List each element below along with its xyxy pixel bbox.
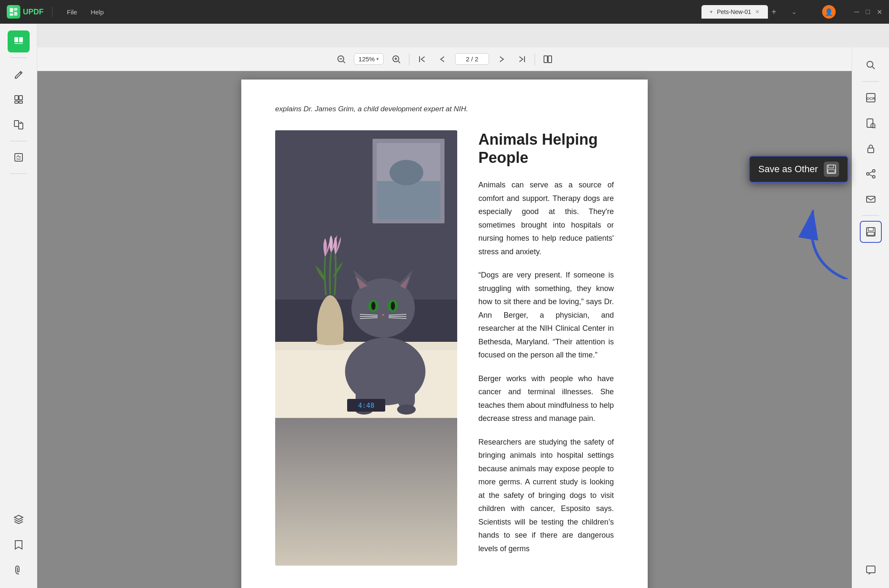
svg-rect-5 <box>19 37 23 42</box>
save-as-other-popup-icon <box>824 162 839 177</box>
prev-page-button[interactable] <box>435 52 450 67</box>
doc-header: explains Dr. James Grim, a child develop… <box>275 105 614 113</box>
svg-rect-4 <box>14 37 18 42</box>
svg-line-20 <box>398 61 400 63</box>
svg-rect-67 <box>868 228 873 231</box>
save-as-other-popup[interactable]: Save as Other <box>749 156 848 183</box>
svg-point-38 <box>371 302 375 310</box>
first-page-button[interactable] <box>414 52 430 67</box>
svg-rect-2 <box>14 12 17 16</box>
right-mail-button[interactable] <box>860 188 882 210</box>
right-div2 <box>862 215 879 216</box>
menu-file[interactable]: File <box>61 6 83 18</box>
right-save-other-icon[interactable] <box>860 221 882 243</box>
app-logo: UPDF <box>7 5 44 19</box>
toolbar-sep1 <box>409 53 409 65</box>
tab-label: Pets-New-01 <box>717 8 751 15</box>
svg-rect-66 <box>867 228 875 236</box>
svg-rect-1 <box>14 8 17 11</box>
menu-help[interactable]: Help <box>85 6 110 18</box>
svg-rect-11 <box>14 121 19 126</box>
svg-text:4:48: 4:48 <box>358 401 375 409</box>
zoom-level: 125% <box>359 55 375 63</box>
sidebar-layers[interactable] <box>8 508 30 530</box>
next-page-button[interactable] <box>494 52 509 67</box>
sidebar-ocr[interactable] <box>8 146 30 168</box>
svg-rect-6 <box>14 43 23 44</box>
right-doc-search-button[interactable] <box>860 112 882 134</box>
sidebar-read-mode[interactable] <box>8 30 30 52</box>
right-search-button[interactable] <box>860 54 882 76</box>
svg-rect-10 <box>19 101 22 103</box>
svg-rect-0 <box>10 8 13 12</box>
sidebar-div3 <box>10 173 27 174</box>
title-sep <box>52 7 52 17</box>
svg-rect-29 <box>377 181 440 219</box>
minimize-button[interactable]: ─ <box>854 8 859 16</box>
svg-rect-69 <box>867 566 875 573</box>
sidebar-bottom <box>8 508 30 581</box>
right-ocr-button[interactable]: OCR <box>860 87 882 109</box>
new-tab-button[interactable]: + <box>771 7 776 17</box>
main-layout: 125% ▾ 2 / 2 explains Dr. James Grim, a … <box>0 24 889 588</box>
doc-content: 4:48 Animals Helping People Animals can … <box>275 130 614 566</box>
title-controls: ⌄ <box>792 8 797 15</box>
tab-close-button[interactable]: ✕ <box>755 9 759 15</box>
svg-rect-65 <box>867 196 875 202</box>
right-div1 <box>862 81 879 82</box>
svg-rect-7 <box>15 96 18 100</box>
svg-rect-59 <box>868 148 874 153</box>
tab-overflow-button[interactable]: ⌄ <box>792 8 797 15</box>
svg-line-58 <box>875 127 875 128</box>
sidebar-bookmark[interactable] <box>8 534 30 556</box>
maximize-button[interactable]: □ <box>866 8 870 16</box>
pdf-page: explains Dr. James Grim, a child develop… <box>241 80 648 588</box>
right-bottom <box>860 559 882 581</box>
svg-line-64 <box>869 175 872 176</box>
article-para-4: Researchers are studying the safety of b… <box>478 436 614 556</box>
article-para-3: Berger works with people who have cancer… <box>478 372 614 426</box>
save-as-other-label: Save as Other <box>758 164 818 175</box>
svg-rect-71 <box>828 165 834 168</box>
svg-rect-3 <box>10 14 13 16</box>
zoom-out-button[interactable] <box>334 52 349 67</box>
app-name: UPDF <box>23 8 44 16</box>
svg-point-62 <box>872 176 875 178</box>
right-sidebar: OCR <box>852 47 889 588</box>
svg-rect-13 <box>15 154 22 161</box>
sidebar-edit[interactable] <box>8 63 30 85</box>
toolbar-sep2 <box>535 53 535 65</box>
right-comment-button[interactable] <box>860 559 882 581</box>
svg-rect-72 <box>828 170 835 173</box>
sidebar-convert[interactable] <box>8 114 30 136</box>
svg-point-52 <box>867 61 873 67</box>
svg-rect-9 <box>15 101 18 103</box>
menu-bar: File Help <box>61 6 110 18</box>
zoom-control[interactable]: 125% ▾ <box>354 53 384 65</box>
article-text: Animals Helping People Animals can serve… <box>478 130 614 566</box>
article-image: 4:48 <box>275 130 457 566</box>
read-mode-button[interactable] <box>540 52 555 67</box>
sidebar-paperclip[interactable] <box>8 559 30 581</box>
user-avatar[interactable]: 👤 <box>822 5 836 19</box>
right-lock-button[interactable] <box>860 137 882 159</box>
left-sidebar <box>0 24 37 588</box>
right-share-button[interactable] <box>860 163 882 185</box>
logo-icon <box>7 5 20 19</box>
page-indicator[interactable]: 2 / 2 <box>455 53 489 65</box>
zoom-in-button[interactable] <box>389 52 404 67</box>
active-tab[interactable]: ▾ Pets-New-01 ✕ <box>701 5 768 19</box>
close-button[interactable]: ✕ <box>877 8 882 16</box>
sidebar-div2 <box>10 141 27 141</box>
svg-point-39 <box>391 302 395 310</box>
svg-text:OCR: OCR <box>867 96 875 101</box>
svg-point-60 <box>872 170 875 172</box>
svg-rect-8 <box>19 96 22 100</box>
sidebar-organize[interactable] <box>8 88 30 110</box>
document-area: explains Dr. James Grim, a child develop… <box>37 71 852 588</box>
sidebar-div1 <box>10 58 27 58</box>
tab-bar: ▾ Pets-New-01 ✕ + <box>701 5 776 19</box>
svg-point-61 <box>867 173 869 175</box>
tab-dropdown-icon: ▾ <box>710 9 712 15</box>
last-page-button[interactable] <box>514 52 530 67</box>
